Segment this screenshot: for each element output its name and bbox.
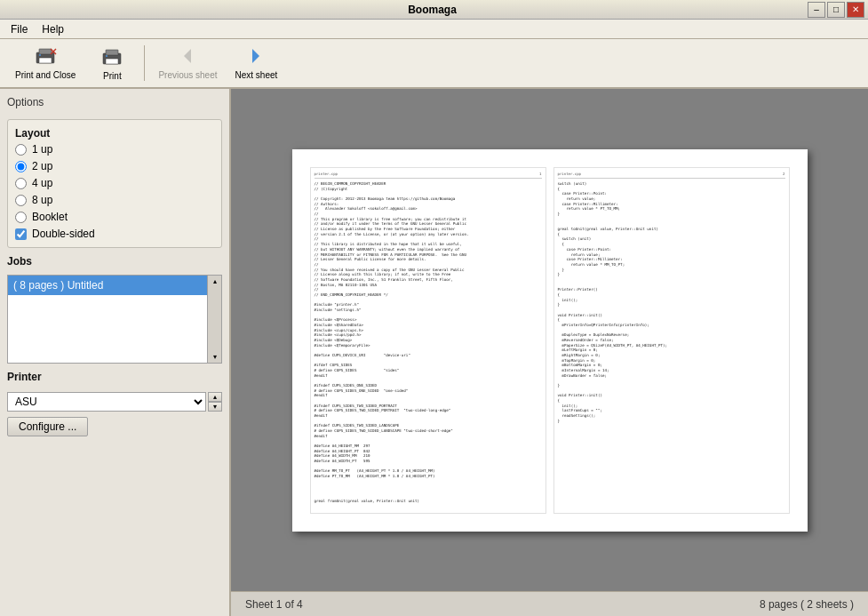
- layout-radio-group: 1 up 2 up 4 up 8 up Booklet: [15, 143, 214, 240]
- menu-help[interactable]: Help: [35, 21, 71, 37]
- print-close-label: Print and Close: [15, 70, 76, 81]
- left-panel: Options Layout 1 up 2 up 4 up: [0, 89, 231, 616]
- layout-header: Layout: [15, 127, 214, 140]
- layout-1up-label: 1 up: [32, 143, 52, 156]
- double-sided-label: Double-sided: [32, 228, 95, 240]
- minimize-button[interactable]: –: [808, 2, 825, 18]
- toolbar: Print and Close Print Previous sheet: [0, 39, 868, 89]
- menu-bar: File Help: [0, 20, 868, 39]
- layout-4up[interactable]: 4 up: [15, 177, 214, 189]
- double-sided-checkbox[interactable]: Double-sided: [15, 228, 214, 240]
- next-sheet-label: Next sheet: [235, 70, 278, 81]
- title-bar: Boomaga – □ ✕: [0, 0, 868, 20]
- page1-code: // BEGIN_COMMON_COPYRIGHT_HEADER // (C)C…: [315, 181, 542, 504]
- print-button[interactable]: Print: [85, 41, 139, 85]
- layout-section: Layout 1 up 2 up 4 up 8 up: [7, 119, 222, 248]
- jobs-scrollbar[interactable]: ▴ ▾: [207, 276, 221, 363]
- sheet-info: Sheet 1 of 4: [245, 598, 303, 611]
- maximize-button[interactable]: □: [827, 2, 845, 18]
- main-area: Options Layout 1 up 2 up 4 up: [0, 89, 868, 616]
- layout-booklet-label: Booklet: [32, 211, 68, 223]
- svg-rect-1: [39, 49, 52, 54]
- page2-header: printer.cpp 2: [558, 172, 785, 180]
- page-column-2: printer.cpp 2 switch (unit) { case Print…: [553, 167, 790, 514]
- svg-marker-11: [252, 49, 259, 63]
- scroll-up-btn[interactable]: ▴: [213, 277, 217, 285]
- layout-1up[interactable]: 1 up: [15, 143, 214, 156]
- preview-area: printer.cpp 1 // BEGIN_COMMON_COPYRIGHT_…: [231, 89, 868, 616]
- print-icon: [100, 46, 124, 68]
- preview-content: printer.cpp 1 // BEGIN_COMMON_COPYRIGHT_…: [231, 89, 868, 591]
- close-button[interactable]: ✕: [847, 2, 864, 18]
- sheet-preview: printer.cpp 1 // BEGIN_COMMON_COPYRIGHT_…: [292, 149, 808, 532]
- page-column-1: printer.cpp 1 // BEGIN_COMMON_COPYRIGHT_…: [310, 167, 546, 514]
- pages-info: 8 pages ( 2 sheets ): [760, 598, 854, 611]
- jobs-header: Jobs: [7, 255, 222, 268]
- layout-8up[interactable]: 8 up: [15, 194, 214, 206]
- prev-sheet-icon: [175, 45, 200, 67]
- page2-header-left: printer.cpp: [558, 172, 582, 177]
- printer-spinner-down[interactable]: ▾: [208, 402, 222, 412]
- page1-header: printer.cpp 1: [315, 172, 542, 180]
- printer-spinner-up[interactable]: ▴: [208, 392, 222, 402]
- print-close-button[interactable]: Print and Close: [7, 41, 84, 85]
- printer-spinner: ▴ ▾: [208, 392, 222, 412]
- window-title: Boomaga: [57, 4, 808, 16]
- svg-rect-8: [106, 59, 118, 64]
- layout-2up-label: 2 up: [32, 160, 52, 172]
- svg-rect-2: [39, 58, 52, 63]
- layout-8up-label: 8 up: [32, 194, 52, 206]
- svg-marker-10: [184, 49, 191, 63]
- prev-sheet-label: Previous sheet: [158, 70, 217, 81]
- layout-2up[interactable]: 2 up: [15, 160, 214, 172]
- svg-point-9: [106, 55, 108, 57]
- page1-header-right: 1: [539, 172, 541, 177]
- next-sheet-icon: [243, 45, 268, 67]
- jobs-list: ( 8 pages ) Untitled: [8, 276, 207, 363]
- menu-file[interactable]: File: [4, 21, 35, 37]
- next-sheet-button[interactable]: Next sheet: [227, 41, 286, 85]
- printer-select[interactable]: ASU: [7, 392, 206, 412]
- page1-header-left: printer.cpp: [315, 172, 338, 177]
- status-bar: Sheet 1 of 4 8 pages ( 2 sheets ): [231, 591, 868, 616]
- layout-booklet[interactable]: Booklet: [15, 211, 214, 223]
- jobs-section: Jobs ( 8 pages ) Untitled ▴ ▾: [7, 255, 222, 364]
- print-label: Print: [103, 71, 122, 81]
- toolbar-separator-1: [144, 45, 145, 81]
- page2-code: switch (unit) { case Printer::Point: ret…: [558, 181, 785, 423]
- job-item-0[interactable]: ( 8 pages ) Untitled: [8, 276, 207, 295]
- svg-rect-7: [106, 50, 118, 55]
- printer-header: Printer: [7, 371, 222, 383]
- printer-select-wrapper: ASU ▴ ▾: [7, 392, 222, 412]
- svg-point-3: [39, 54, 41, 56]
- scroll-down-btn[interactable]: ▾: [213, 353, 217, 361]
- options-header: Options: [7, 96, 222, 108]
- layout-4up-label: 4 up: [32, 177, 52, 189]
- configure-button[interactable]: Configure ...: [7, 417, 88, 436]
- page2-header-right: 2: [783, 172, 784, 177]
- print-close-icon: [33, 45, 58, 67]
- title-buttons: – □ ✕: [808, 2, 864, 18]
- prev-sheet-button[interactable]: Previous sheet: [150, 41, 225, 85]
- printer-section: Printer ASU ▴ ▾ Configure ...: [7, 371, 222, 436]
